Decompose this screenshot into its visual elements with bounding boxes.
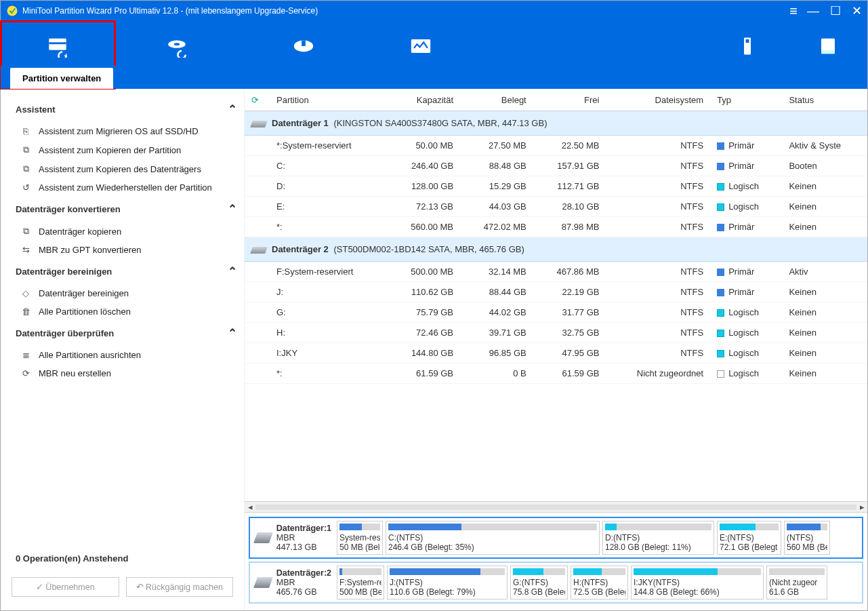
disk-map-partition[interactable]: (NTFS)560 MB (Bel xyxy=(784,521,830,555)
maximize-button[interactable]: ☐ xyxy=(830,5,841,17)
undo-button[interactable]: ↶ Rückgängig machen xyxy=(126,577,234,597)
recover-part-icon xyxy=(165,35,188,58)
disk-map-partition[interactable]: (Nicht zugeor61.6 GB xyxy=(766,566,827,599)
partition-row[interactable]: H:72.46 GB39.71 GB32.75 GBNTFSLogischKei… xyxy=(245,323,867,343)
disk-map-partition[interactable]: G:(NTFS)75.8 GB (Belegt: 5 xyxy=(510,566,568,599)
bootable-icon xyxy=(736,35,759,58)
partition-row[interactable]: *:System-reserviert50.00 MB27.50 MB22.50… xyxy=(245,136,867,156)
partition-row[interactable]: E:72.13 GB44.03 GB28.10 GBNTFSLogischKei… xyxy=(245,197,867,217)
manual-icon xyxy=(817,35,840,58)
sidebar: Assistent⌃⎘Assistent zum Migrieren OS au… xyxy=(1,89,245,610)
disk-row[interactable]: Datenträger 2 (ST500DM002-1BD142 SATA, M… xyxy=(245,237,867,262)
col-fs[interactable]: Dateisystem xyxy=(606,89,710,111)
sidebar-item-label: MBR neu erstellen xyxy=(39,368,111,378)
disk-map-row: Datenträger:1MBR447.13 GBSystem-res50 MB… xyxy=(249,517,863,559)
partition-row[interactable]: F:System-reserviert500.00 MB32.14 MB467.… xyxy=(245,262,867,282)
disk-map-area: Datenträger:1MBR447.13 GBSystem-res50 MB… xyxy=(245,512,867,610)
action-icon: ⧉ xyxy=(20,163,32,174)
col-used[interactable]: Belegt xyxy=(460,89,533,111)
title-bar: MiniTool Partition Wizard Pro Ultimativ … xyxy=(1,1,867,21)
col-capacity[interactable]: Kapazität xyxy=(387,89,460,111)
sidebar-item-label: Assistent zum Wiederherstellen der Parti… xyxy=(39,182,212,193)
scroll-right-icon[interactable]: ▸ xyxy=(856,502,867,512)
action-icon: 🗑 xyxy=(20,307,32,317)
svg-point-4 xyxy=(174,43,180,45)
usage-bar xyxy=(390,568,505,575)
minimize-button[interactable]: — xyxy=(807,5,819,17)
group-header[interactable]: Datenträger überprüfen⌃ xyxy=(16,321,237,346)
sidebar-item[interactable]: ⧉Assistent zum Kopieren des Datenträgers xyxy=(16,159,237,178)
sidebar-item[interactable]: ⧉Datenträger kopieren xyxy=(16,222,237,241)
col-free[interactable]: Frei xyxy=(533,89,606,111)
disk-map-partition[interactable]: J:(NTFS)110.6 GB (Belegt: 79%) xyxy=(387,566,508,599)
sidebar-item-label: MBR zu GPT konvertieren xyxy=(39,245,141,255)
disk-map-partition[interactable]: H:(NTFS)72.5 GB (Belegt: 5 xyxy=(571,566,628,599)
disk-icon xyxy=(250,121,268,127)
close-button[interactable]: ✕ xyxy=(852,5,862,17)
svg-rect-6 xyxy=(302,40,306,46)
type-swatch-icon xyxy=(717,203,724,211)
usage-bar xyxy=(513,568,565,575)
sidebar-item[interactable]: ⇆MBR zu GPT konvertieren xyxy=(16,241,237,259)
sidebar-item[interactable]: ⧉Assistent zum Kopieren der Partition xyxy=(16,140,237,159)
partition-row[interactable]: *:61.59 GB0 B61.59 GBNicht zugeordnetLog… xyxy=(245,363,867,384)
action-icon: ⧉ xyxy=(20,226,32,237)
sidebar-item[interactable]: ↺Assistent zum Wiederherstellen der Part… xyxy=(16,178,237,197)
usage-bar xyxy=(339,568,381,575)
scroll-left-icon[interactable]: ◂ xyxy=(245,502,255,512)
usage-bar xyxy=(769,568,825,575)
sidebar-item-label: Alle Partitionen löschen xyxy=(39,307,131,317)
content-area: ⟳ Partition Kapazität Belegt Frei Dateis… xyxy=(245,89,867,610)
tabs: Partition verwalten xyxy=(1,66,867,89)
disk-map-partition[interactable]: I:JKY(NTFS)144.8 GB (Belegt: 66%) xyxy=(631,566,764,599)
chevron-up-icon: ⌃ xyxy=(228,326,237,340)
type-swatch-icon xyxy=(717,330,724,337)
sidebar-item[interactable]: 🗑Alle Partitionen löschen xyxy=(16,302,237,321)
disk-map-partition[interactable]: C:(NTFS)246.4 GB (Belegt: 35%) xyxy=(386,521,600,555)
benchmark-icon xyxy=(292,35,315,58)
app-icon xyxy=(6,5,18,17)
chevron-up-icon: ⌃ xyxy=(228,264,237,279)
usage-bar xyxy=(605,524,711,530)
disk-map-partition[interactable]: System-res50 MB (Bele xyxy=(337,521,383,555)
chevron-up-icon: ⌃ xyxy=(228,202,237,216)
sidebar-item[interactable]: ⎘Assistent zum Migrieren OS auf SSD/HD xyxy=(16,122,237,140)
partition-table: ⟳ Partition Kapazität Belegt Frei Dateis… xyxy=(245,89,867,384)
sidebar-item[interactable]: ≣Alle Partitionen ausrichten xyxy=(16,346,237,364)
sidebar-item[interactable]: ⟳MBR neu erstellen xyxy=(16,364,237,382)
col-status[interactable]: Status xyxy=(782,89,867,111)
svg-rect-9 xyxy=(745,39,749,43)
disk-map-partition[interactable]: D:(NTFS)128.0 GB (Belegt: 11%) xyxy=(602,521,714,555)
partition-row[interactable]: D:128.00 GB15.29 GB112.71 GBNTFSLogischK… xyxy=(245,176,867,197)
group-header[interactable]: Assistent⌃ xyxy=(16,97,237,122)
sidebar-item[interactable]: ◇Datenträger bereinigen xyxy=(16,284,237,302)
tab-partition-verwalten[interactable]: Partition verwalten xyxy=(10,68,113,89)
type-swatch-icon xyxy=(717,309,724,317)
usage-bar xyxy=(787,524,827,530)
action-icon: ⇆ xyxy=(20,245,32,255)
horizontal-scrollbar[interactable]: ◂ ▸ xyxy=(245,501,867,512)
action-icon: ⎘ xyxy=(20,126,32,136)
apply-button[interactable]: ✓ Übernehmen xyxy=(12,577,119,597)
refresh-icon[interactable]: ⟳ xyxy=(251,95,259,105)
usage-bar xyxy=(573,568,625,575)
disk-row[interactable]: Datenträger 1 (KINGSTON SA400S37480G SAT… xyxy=(245,111,867,136)
partition-row[interactable]: G:75.79 GB44.02 GB31.77 GBNTFSLogischKei… xyxy=(245,302,867,323)
col-partition[interactable]: Partition xyxy=(270,89,387,111)
svg-rect-11 xyxy=(821,50,835,54)
col-type[interactable]: Typ xyxy=(710,89,782,111)
hamburger-icon[interactable]: ≡ xyxy=(789,3,798,19)
recover-data-icon xyxy=(46,35,69,58)
disk-map-partition[interactable]: E:(NTFS)72.1 GB (Belegt xyxy=(717,521,781,555)
group-header[interactable]: Datenträger konvertieren⌃ xyxy=(16,197,237,222)
disk-map-label[interactable]: Datenträger:1MBR447.13 GB xyxy=(253,521,334,555)
partition-row[interactable]: I:JKY144.80 GB96.85 GB47.95 GBNTFSLogisc… xyxy=(245,343,867,363)
svg-rect-2 xyxy=(49,42,67,44)
sidebar-item-label: Alle Partitionen ausrichten xyxy=(39,350,141,360)
partition-row[interactable]: C:246.40 GB88.48 GB157.91 GBNTFSPrimärBo… xyxy=(245,156,867,176)
partition-row[interactable]: *:560.00 MB472.02 MB87.98 MBNTFSPrimärKe… xyxy=(245,217,867,237)
partition-row[interactable]: J:110.62 GB88.44 GB22.19 GBNTFSPrimärKei… xyxy=(245,282,867,302)
group-header[interactable]: Datenträger bereinigen⌃ xyxy=(16,259,237,284)
disk-map-partition[interactable]: F:System-res500 MB (Bele xyxy=(337,566,384,599)
disk-map-label[interactable]: Datenträger:2MBR465.76 GB xyxy=(253,566,334,599)
